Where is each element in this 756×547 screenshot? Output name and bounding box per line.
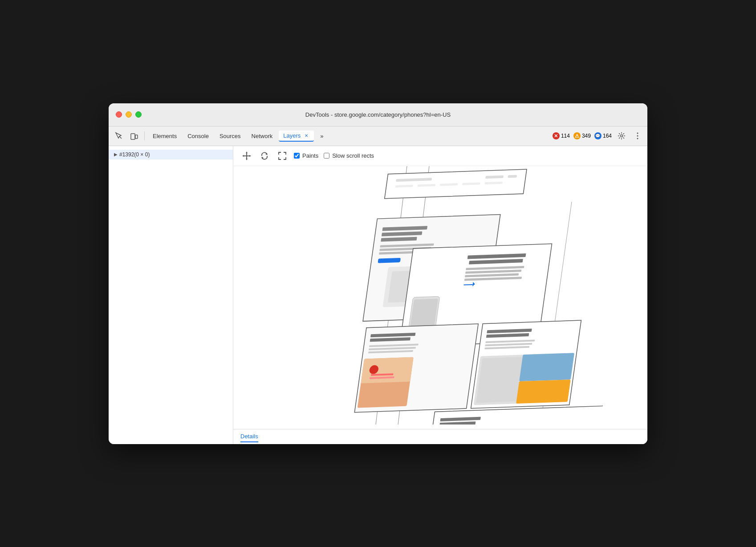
svg-rect-2	[135, 135, 138, 139]
fit-to-screen-button[interactable]	[276, 150, 289, 162]
pan-tool-button[interactable]	[240, 150, 253, 162]
layers-tab-close[interactable]: ✕	[303, 132, 309, 139]
sidebar: ▶ #1392(0 × 0)	[109, 146, 233, 444]
svg-point-3	[621, 135, 623, 137]
sidebar-item-root[interactable]: ▶ #1392(0 × 0)	[109, 150, 233, 159]
paints-checkbox[interactable]	[294, 153, 300, 159]
slow-scroll-checkbox-label[interactable]: Slow scroll rects	[324, 152, 374, 159]
svg-rect-68	[516, 380, 571, 404]
layers-svg	[233, 166, 603, 425]
warning-icon: ⚠	[573, 132, 581, 139]
slow-scroll-checkbox[interactable]	[324, 153, 329, 159]
info-badge[interactable]: 💬 164	[594, 132, 612, 139]
more-options-button[interactable]	[631, 130, 644, 142]
sidebar-item-label: #1392(0 × 0)	[119, 151, 150, 158]
devtools-window: DevTools - store.google.com/category/pho…	[109, 103, 647, 444]
traffic-lights	[116, 111, 142, 118]
title-bar: DevTools - store.google.com/category/pho…	[109, 103, 647, 127]
inspect-element-button[interactable]	[112, 130, 126, 142]
details-tab[interactable]: Details	[240, 431, 258, 442]
bottom-bar: Details	[233, 429, 647, 444]
error-badge[interactable]: ✕ 114	[553, 132, 570, 139]
info-count: 164	[603, 133, 612, 139]
paints-checkbox-label[interactable]: Paints	[294, 152, 318, 159]
settings-button[interactable]	[615, 130, 628, 142]
close-button[interactable]	[116, 111, 122, 118]
layer-built-to-last	[471, 320, 581, 408]
svg-point-5	[637, 135, 638, 137]
svg-point-6	[637, 138, 638, 139]
tab-network[interactable]: Network	[247, 131, 277, 141]
error-icon: ✕	[553, 132, 560, 139]
tab-layers[interactable]: Layers ✕	[279, 131, 314, 142]
svg-marker-11	[242, 155, 244, 157]
device-toolbar-button[interactable]	[127, 130, 141, 142]
svg-rect-66	[476, 357, 522, 403]
svg-rect-21	[508, 175, 517, 178]
layer-protection	[354, 324, 478, 412]
svg-marker-10	[246, 159, 248, 160]
warning-count: 349	[582, 133, 591, 139]
toolbar-right: ✕ 114 ⚠ 349 💬 164	[553, 130, 644, 142]
info-icon: 💬	[594, 132, 602, 139]
controls-bar: Paints Slow scroll rects	[233, 146, 647, 166]
tab-more[interactable]: »	[316, 131, 328, 141]
svg-marker-12	[249, 155, 251, 157]
svg-rect-67	[519, 353, 574, 381]
expand-arrow: ▶	[114, 152, 118, 157]
svg-rect-34	[378, 257, 401, 263]
window-title: DevTools - store.google.com/category/pho…	[305, 111, 451, 118]
tab-sources[interactable]: Sources	[215, 131, 245, 141]
tab-elements[interactable]: Elements	[148, 131, 181, 141]
layers-viewport[interactable]	[233, 166, 647, 429]
svg-rect-1	[131, 134, 135, 139]
svg-line-0	[119, 136, 122, 139]
main-area: ▶ #1392(0 × 0)	[109, 146, 647, 444]
maximize-button[interactable]	[135, 111, 142, 118]
error-count: 114	[561, 133, 570, 139]
rotate-tool-button[interactable]	[258, 150, 271, 162]
toolbar: Elements Console Sources Network Layers …	[109, 127, 647, 146]
minimize-button[interactable]	[126, 111, 132, 118]
svg-point-4	[637, 133, 638, 134]
layer-navbar	[385, 169, 527, 198]
svg-rect-55	[361, 357, 413, 383]
tab-console[interactable]: Console	[183, 131, 213, 141]
content-area: Paints Slow scroll rects	[233, 146, 647, 444]
svg-marker-9	[246, 151, 248, 153]
warning-badge[interactable]: ⚠ 349	[573, 132, 591, 139]
